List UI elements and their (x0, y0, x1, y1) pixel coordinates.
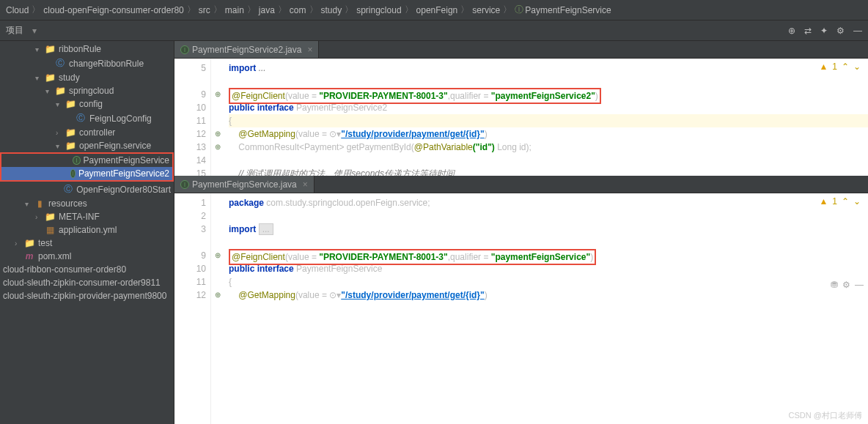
project-tree[interactable]: ▾📁ribbonRule ⒸchangeRibbonRule ▾📁study ▾… (0, 41, 174, 424)
tree-module-1[interactable]: cloud-ribbon-consumer-order80 (0, 263, 174, 276)
bc-7[interactable]: springcloud (356, 5, 401, 15)
chevron-down-icon[interactable]: ▾ (32, 26, 37, 36)
expand-icon[interactable]: ⇄ (804, 26, 812, 36)
tab-paymentfeignservice[interactable]: IPaymentFeignService.java× (174, 176, 315, 193)
glyph-margin: ⊕⊕ (211, 193, 224, 424)
inspection-badge[interactable]: ▲1⌃⌄ (819, 196, 861, 207)
tree-changeribbonrule[interactable]: ⒸchangeRibbonRule (0, 56, 174, 71)
tree-paymentfeignservice2[interactable]: IPaymentFeignService2 (1, 167, 172, 180)
bc-1[interactable]: cloud-openFeign-consumer-order80 (43, 5, 183, 15)
tree-paymentfeignservice[interactable]: IPaymentFeignService (1, 154, 172, 167)
editor-corner-icons: ⛃ ⚙ — (831, 280, 864, 290)
editor2[interactable]: ▲1⌃⌄ 1239101112 ⊕⊕ package com.study.spr… (174, 193, 868, 424)
code-lines[interactable]: import ... @FeignClient(value = "PROVIDE… (224, 59, 868, 176)
bc-10[interactable]: PaymentFeignService (525, 5, 611, 15)
gutter: 1239101112 (174, 193, 211, 424)
tree-module-3[interactable]: cloud-sleuth-zipkin-provider-payment9800 (0, 289, 174, 302)
editor1-tabs: IPaymentFeignService2.java× (174, 41, 868, 59)
database-icon[interactable]: ⛃ (831, 280, 838, 290)
tree-ribbonrule[interactable]: ▾📁ribbonRule (0, 42, 174, 56)
code-lines[interactable]: package com.study.springcloud.openFeign.… (224, 193, 868, 424)
tree-module-2[interactable]: cloud-sleuth-zipkin-consumer-order9811 (0, 276, 174, 289)
gear-icon[interactable]: ⚙ (836, 26, 845, 36)
close-icon[interactable]: × (307, 45, 312, 55)
glyph-margin: ⊕⊕⊕ (211, 59, 224, 176)
bc-3[interactable]: main (225, 5, 244, 15)
watermark: CSDN @村口老师傅 (789, 410, 862, 421)
collapse-icon[interactable]: ⊕ (788, 26, 795, 36)
close-icon[interactable]: × (303, 179, 308, 190)
bc-5[interactable]: com (290, 5, 306, 15)
tree-study[interactable]: ▾📁study (0, 71, 174, 84)
editor1[interactable]: ▲1⌃⌄ 59101112131415 ⊕⊕⊕ import ... @Feig… (174, 59, 868, 176)
bc-2[interactable]: src (199, 5, 210, 15)
gutter: 59101112131415 (174, 59, 211, 176)
breadcrumb: Cloud〉 cloud-openFeign-consumer-order80〉… (0, 0, 868, 21)
warning-icon: ▲ (819, 196, 828, 207)
editor-area: IPaymentFeignService2.java× ▲1⌃⌄ 5910111… (174, 41, 868, 424)
gear-icon[interactable]: ⚙ (842, 280, 850, 290)
tree-config[interactable]: ▾📁config (0, 97, 174, 111)
bc-0[interactable]: Cloud (6, 5, 29, 15)
tree-springcloud[interactable]: ▾📁springcloud (0, 84, 174, 97)
tree-application-yml[interactable]: ▦application.yml (0, 223, 174, 237)
tree-test[interactable]: ›📁test (0, 237, 174, 250)
hide-icon[interactable]: — (853, 26, 862, 36)
bc-6[interactable]: study (321, 5, 342, 15)
warning-icon: ▲ (819, 62, 828, 72)
tree-resources[interactable]: ▾▮resources (0, 197, 174, 210)
interface-icon: Ⓘ (515, 4, 523, 16)
bc-4[interactable]: java (259, 5, 275, 15)
inspection-badge[interactable]: ▲1⌃⌄ (819, 62, 861, 72)
tab-paymentfeignservice2[interactable]: IPaymentFeignService2.java× (174, 41, 319, 58)
tree-controller[interactable]: ›📁controller (0, 126, 174, 139)
settings-icon[interactable]: ✦ (820, 26, 828, 36)
tree-feignlogconfig[interactable]: ⒸFeignLogConfig (0, 111, 174, 126)
bc-8[interactable]: openFeign (416, 5, 458, 15)
hide-icon[interactable]: — (855, 280, 864, 290)
project-label: 项目 (6, 24, 23, 37)
tree-openfeign-service[interactable]: ▾📁openFeign.service (0, 139, 174, 152)
bc-9[interactable]: service (472, 5, 500, 15)
project-toolbar: 项目 ▾ ⊕ ⇄ ✦ ⚙ — (0, 21, 868, 41)
tree-pom[interactable]: mpom.xml (0, 250, 174, 263)
tree-openfeignorder80start[interactable]: ⒸOpenFeignOrder80Start (0, 182, 174, 197)
tree-metainf[interactable]: ›📁META-INF (0, 210, 174, 223)
editor2-tabs: IPaymentFeignService.java× (174, 176, 868, 193)
